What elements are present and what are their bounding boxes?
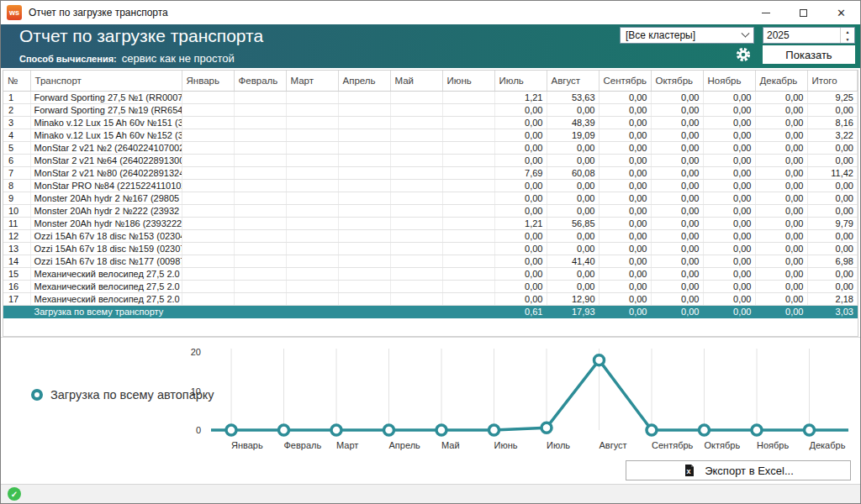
cell: 0,00 [599, 255, 651, 267]
column-header[interactable]: Ноябрь [703, 71, 755, 91]
cell [182, 280, 234, 292]
column-header[interactable]: Сентябрь [599, 71, 651, 91]
column-header[interactable]: Февраль [234, 71, 286, 91]
cell [338, 267, 390, 280]
cell: 0,00 [807, 229, 858, 242]
table-row[interactable]: 4Minako v.12 Lux 15 Ah 60v №152 (30,0019… [3, 129, 858, 141]
cell [234, 179, 286, 192]
cell [234, 192, 286, 204]
cell [338, 292, 390, 305]
maximize-button[interactable] [784, 1, 822, 24]
svg-text:Июнь: Июнь [494, 440, 518, 450]
cell: 0,00 [651, 255, 703, 267]
cell: 41,40 [547, 255, 599, 267]
cell: 0,00 [651, 305, 703, 318]
cell: 0,00 [755, 116, 807, 129]
column-header[interactable]: Июль [494, 71, 547, 91]
column-header[interactable]: Октябрь [651, 71, 703, 91]
year-up-button[interactable]: ▲ [841, 28, 854, 35]
cell [286, 116, 338, 129]
cell: 0,00 [547, 179, 599, 192]
cell: 0,00 [755, 229, 807, 242]
cell: 11 [3, 217, 30, 229]
cell: 0,00 [703, 280, 755, 292]
cell: 0,00 [494, 192, 547, 204]
cell [234, 217, 286, 229]
column-header[interactable]: Транспорт [30, 71, 182, 91]
cell [286, 292, 338, 305]
cell [442, 229, 494, 242]
cell: 0,00 [807, 179, 858, 192]
cell [338, 217, 390, 229]
column-header[interactable]: Август [547, 71, 599, 91]
cell: 3,22 [807, 129, 858, 141]
cluster-dropdown[interactable]: [Все кластеры] [620, 27, 754, 44]
cell: 0,00 [494, 129, 547, 141]
cell: 0,00 [703, 255, 755, 267]
cell [182, 305, 234, 318]
cell [182, 292, 234, 305]
table-row[interactable]: 3Minako v.12 Lux 15 Ah 60v №151 (30,0048… [3, 116, 858, 129]
cell [182, 103, 234, 116]
app-icon: ws [7, 5, 22, 20]
cell [182, 242, 234, 255]
column-header[interactable]: № [3, 71, 30, 91]
table-row[interactable]: 12Ozzi 15Ah 67v 18 disc №153 (023040,000… [3, 229, 858, 242]
table-row[interactable]: 2Forward Sporting 27,5 №19 (RR6540,000,0… [3, 103, 858, 116]
cell [390, 305, 442, 318]
cell [286, 179, 338, 192]
cell [338, 255, 390, 267]
table-row[interactable]: 13Ozzi 15Ah 67v 18 disc №159 (023070,000… [3, 242, 858, 255]
table-row[interactable]: 9Monster 20Ah hydr 2 №167 (298050,000,00… [3, 192, 858, 204]
column-header[interactable]: Май [390, 71, 442, 91]
summary-row[interactable]: Загрузка по всему транспорту0,6117,930,0… [3, 305, 858, 318]
cell: Forward Sporting 27,5 №19 (RR654 [30, 103, 182, 116]
svg-text:Май: Май [441, 440, 460, 450]
cell: 0,00 [599, 217, 651, 229]
table-row[interactable]: 1Forward Sporting 27,5 №1 (RR00071,2153,… [3, 91, 858, 103]
cell [442, 242, 494, 255]
table-row[interactable]: 6MonStar 2 v21 №64 (2640228913000,000,00… [3, 154, 858, 166]
column-header[interactable]: Апрель [338, 71, 390, 91]
cell: 0,00 [547, 267, 599, 280]
table-row[interactable]: 10Monster 20Ah hydr 2 №222 (239320,000,0… [3, 204, 858, 217]
year-input[interactable] [763, 28, 840, 43]
table-row[interactable]: 15Механический велосипед 27,5 2.00,000,0… [3, 267, 858, 280]
table-row[interactable]: 8MonStar PRO №84 (22152241101020,000,000… [3, 179, 858, 192]
cell [234, 141, 286, 154]
table-row[interactable]: 5MonStar 2 v21 №2 (26402241070020,000,00… [3, 141, 858, 154]
cell: 0,00 [599, 242, 651, 255]
minimize-button[interactable] [747, 1, 784, 24]
year-down-button[interactable]: ▼ [841, 35, 854, 43]
table-header-row: №ТранспортЯнварьФевральМартАпрельМайИюнь… [3, 71, 858, 91]
cell: Механический велосипед 27,5 2.0 [30, 292, 182, 305]
column-header[interactable]: Январь [182, 71, 234, 91]
cell: 0,00 [651, 192, 703, 204]
cell [338, 129, 390, 141]
cell [286, 255, 338, 267]
table-row[interactable]: 17Механический велосипед 27,5 2.00,0012,… [3, 292, 858, 305]
cell: 0,00 [651, 229, 703, 242]
cell: 0,00 [651, 292, 703, 305]
show-button[interactable]: Показать [763, 45, 855, 64]
close-button[interactable]: ✕ [822, 1, 860, 24]
cell: Monster 20Ah hydr 2 №167 (29805 [30, 192, 182, 204]
cell [338, 179, 390, 192]
table-row[interactable]: 16Механический велосипед 27,5 2.00,000,0… [3, 280, 858, 292]
table-row[interactable]: 11Monster 20Ah hydr №186 (23932221,2156,… [3, 217, 858, 229]
column-header[interactable]: Итого [807, 71, 858, 91]
cell: 0,00 [703, 204, 755, 217]
cell [390, 141, 442, 154]
cell: 17 [3, 292, 30, 305]
column-header[interactable]: Декабрь [755, 71, 807, 91]
table-row[interactable]: 7MonStar 2 v21 №80 (2640228913247,6960,0… [3, 166, 858, 179]
cell: 0,00 [755, 267, 807, 280]
export-excel-button[interactable]: x Экспорт в Excel... [626, 460, 851, 480]
cell: 0,00 [755, 280, 807, 292]
column-header[interactable]: Июнь [442, 71, 494, 91]
table-row[interactable]: 14Ozzi 15Ah 67v 18 disc №177 (009870,004… [3, 255, 858, 267]
cell: 12 [3, 229, 30, 242]
cell: 0,00 [599, 229, 651, 242]
column-header[interactable]: Март [286, 71, 338, 91]
settings-button[interactable] [735, 46, 752, 63]
